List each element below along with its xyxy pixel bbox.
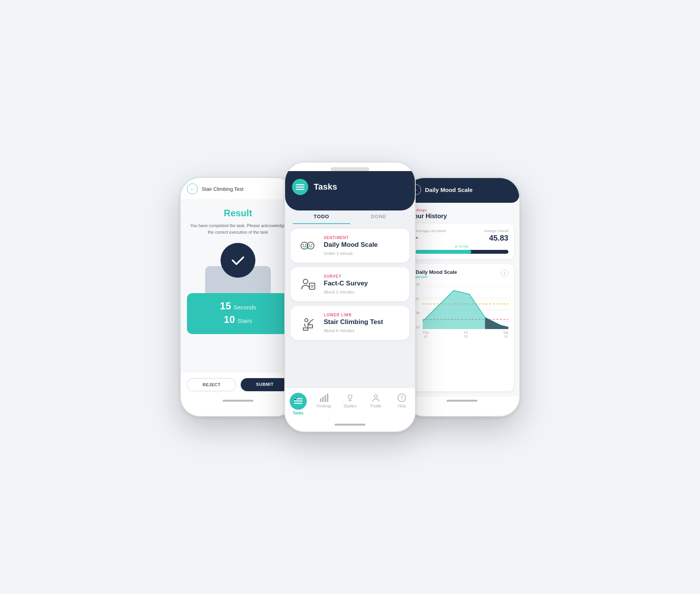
result-stats: 15 Seconds 10 Stairs: [187, 293, 289, 334]
svg-rect-21: [325, 395, 326, 402]
center-header-title: Tasks: [314, 182, 337, 192]
svg-point-23: [348, 395, 352, 399]
progress-bar-bg: [416, 250, 508, 254]
svg-rect-0: [296, 184, 304, 185]
svg-rect-13: [308, 325, 313, 328]
result-heading: Result: [224, 208, 252, 219]
check-circle: [221, 243, 255, 278]
svg-rect-20: [322, 397, 324, 402]
task-category-mood: SENTIMENT: [324, 236, 403, 240]
task-category-stair: LOWER LIMB: [324, 313, 403, 317]
nav-studies-label: Studies: [343, 404, 356, 408]
center-home-bar: [335, 424, 365, 426]
stat-stairs-label: Stairs: [237, 317, 252, 324]
stat-seconds-num: 15: [220, 300, 231, 312]
chart-x-fri: Fri 13: [464, 331, 468, 338]
center-phone: Tasks TODO DONE: [284, 162, 416, 432]
center-header: Tasks: [285, 171, 415, 210]
svg-rect-1: [296, 187, 304, 188]
svg-point-6: [305, 244, 306, 246]
svg-point-7: [309, 244, 310, 246]
stat-stairs-row: 10 Stairs: [195, 314, 281, 326]
task-name-mood: Daily Mood Scale: [324, 241, 403, 249]
left-body: Result You have completed the task. Plea…: [181, 200, 295, 373]
avg-last-week-val: -: [416, 234, 446, 242]
progress-bar-fill: [416, 250, 471, 254]
right-header-title: Daily Mood Scale: [425, 187, 472, 193]
svg-point-15: [305, 319, 308, 322]
left-topbar: ← Stair Climbing Test: [181, 178, 295, 200]
task-duration-stair: About 6 minutes: [324, 328, 403, 333]
nav-profile-label: Profile: [370, 404, 381, 408]
result-check-area: [205, 243, 271, 297]
task-duration-mood: Under 1 minute: [324, 251, 403, 256]
left-topbar-title: Stair Climbing Test: [202, 186, 243, 192]
nav-profile[interactable]: Profile: [363, 391, 389, 417]
tab-todo[interactable]: TODO: [293, 208, 350, 224]
svg-rect-2: [296, 189, 304, 190]
nav-findings-label: Findings: [317, 404, 331, 408]
result-description: You have completed the task. Please ackn…: [187, 222, 289, 235]
nav-findings[interactable]: Findings: [311, 391, 337, 417]
svg-rect-17: [294, 401, 302, 402]
stat-seconds-row: 15 Seconds: [195, 300, 281, 312]
center-navbar: Tasks Findings: [285, 388, 415, 421]
center-tabs: TODO DONE: [285, 208, 415, 224]
avg-last-week-col: Average Last Week -: [416, 229, 446, 243]
chart-y-labels: 76 57 38 19: [416, 283, 508, 338]
tasks-nav-icon: [290, 393, 307, 410]
svg-point-5: [303, 244, 304, 246]
svg-rect-19: [320, 398, 321, 402]
chart-area: [423, 283, 508, 329]
menu-button[interactable]: [292, 179, 308, 195]
tab-done[interactable]: DONE: [350, 208, 407, 224]
task-card-stair[interactable]: LOWER LIMB Stair Climbing Test About 6 m…: [291, 306, 409, 340]
left-home-bar: [223, 400, 253, 402]
svg-rect-22: [327, 394, 328, 402]
svg-point-24: [374, 395, 377, 398]
findings-label: Findings: [410, 208, 514, 212]
chart-subtitle: percent: [416, 275, 457, 279]
svg-rect-14: [303, 328, 308, 330]
left-phone-content: ← Stair Climbing Test Result You have co…: [181, 178, 295, 397]
task-name-survey: Fact-C Survey: [324, 280, 403, 287]
task-info-stair: LOWER LIMB Stair Climbing Test About 6 m…: [324, 313, 403, 333]
stat-seconds-label: Seconds: [233, 304, 256, 311]
nav-help[interactable]: ? Help: [389, 391, 415, 417]
survey-icon: [297, 273, 318, 295]
task-card-mood[interactable]: SENTIMENT Daily Mood Scale Under 1 minut…: [291, 229, 409, 263]
right-phone: ← Daily Mood Scale Findings Your History…: [404, 177, 520, 417]
center-phone-content: Tasks TODO DONE: [285, 171, 415, 421]
task-info-mood: SENTIMENT Daily Mood Scale Under 1 minut…: [324, 236, 403, 256]
chart-title-group: Daily Mood Scale percent: [416, 269, 457, 282]
svg-rect-10: [309, 283, 315, 289]
avg-overall-col: Average Overall 45.83: [484, 229, 508, 243]
task-info-survey: SURVEY Fact-C Survey About 2 minutes: [324, 274, 403, 294]
chart-section: Daily Mood Scale percent i 76 57 38 19: [410, 264, 514, 391]
avg-overall-label: Average Overall: [484, 229, 508, 233]
right-header: ← Daily Mood Scale: [405, 178, 519, 203]
chart-info-button[interactable]: i: [501, 269, 508, 277]
svg-text:?: ?: [401, 395, 403, 401]
submit-button[interactable]: SUBMIT: [241, 378, 289, 391]
nav-tasks[interactable]: Tasks: [285, 391, 311, 417]
nav-help-label: Help: [398, 404, 406, 408]
back-button[interactable]: ←: [187, 183, 198, 194]
svg-rect-16: [294, 398, 302, 399]
reject-button[interactable]: REJECT: [187, 378, 236, 391]
right-phone-content: ← Daily Mood Scale Findings Your History…: [405, 178, 519, 397]
right-home-bar: [447, 400, 477, 402]
right-body: Findings Your History Average Last Week …: [405, 203, 519, 397]
chart-x-thu: Thu 12: [423, 331, 429, 338]
scene: ← Stair Climbing Test Result You have co…: [180, 162, 520, 432]
task-card-survey[interactable]: SURVEY Fact-C Survey About 2 minutes: [291, 267, 409, 301]
svg-rect-18: [294, 403, 302, 404]
findings-section: Findings Your History Average Last Week …: [410, 208, 514, 259]
chart-x-labels: Thu 12 Fri 13 Sat 14: [423, 331, 508, 338]
task-category-survey: SURVEY: [324, 274, 403, 278]
nav-studies[interactable]: Studies: [337, 391, 363, 417]
progress-label: Ø TOTAL: [416, 245, 508, 248]
avg-overall-val: 45.83: [484, 234, 508, 243]
history-title: Your History: [410, 213, 514, 220]
svg-point-9: [303, 279, 308, 284]
